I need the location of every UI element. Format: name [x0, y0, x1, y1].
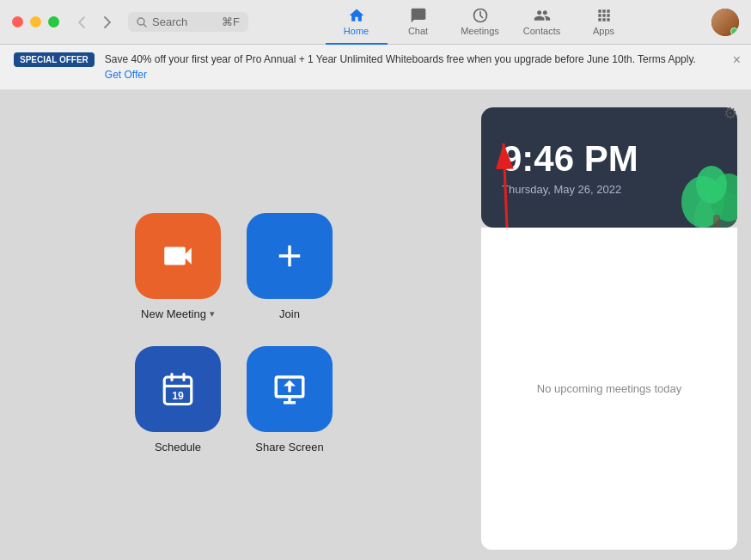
nav-arrows — [70, 13, 119, 32]
nav-tabs: Home Chat Meetings Contacts — [326, 0, 635, 45]
tab-chat[interactable]: Chat — [388, 0, 449, 45]
special-offer-banner: SPECIAL OFFER Save 40% off your first ye… — [0, 45, 751, 90]
svg-rect-12 — [713, 215, 720, 228]
minimize-button[interactable] — [30, 16, 41, 27]
forward-button[interactable] — [95, 13, 119, 32]
new-meeting-item[interactable]: New Meeting ▾ — [135, 213, 221, 320]
banner-text: Save 40% off your first year of Pro Annu… — [105, 52, 696, 82]
tab-chat-label: Chat — [408, 26, 428, 36]
titlebar: Search ⌘F Home Chat Meetings — [0, 0, 751, 45]
search-icon — [137, 17, 147, 27]
action-grid: New Meeting ▾ Join — [135, 213, 333, 453]
close-button[interactable] — [12, 16, 23, 27]
special-offer-badge: SPECIAL OFFER — [14, 52, 95, 67]
clock-card: 9:46 PM Thursday, May 26, 2022 — [481, 107, 737, 228]
new-meeting-chevron: ▾ — [210, 308, 215, 320]
join-text: Join — [279, 307, 300, 320]
home-icon — [348, 7, 365, 24]
search-label: Search — [152, 15, 187, 28]
schedule-text: Schedule — [155, 441, 201, 453]
new-meeting-button[interactable] — [135, 213, 221, 299]
new-meeting-label: New Meeting ▾ — [141, 307, 215, 320]
calendar-icon: 19 — [160, 371, 196, 407]
tab-apps[interactable]: Apps — [573, 0, 635, 45]
clock-icon — [472, 7, 489, 24]
apps-icon — [595, 7, 613, 24]
clock-time: 9:46 PM — [502, 139, 638, 179]
join-label: Join — [279, 307, 300, 320]
video-camera-icon — [160, 238, 196, 274]
schedule-button[interactable]: 19 — [135, 346, 221, 432]
search-bar[interactable]: Search ⌘F — [128, 12, 248, 32]
plus-icon — [272, 238, 308, 274]
svg-text:19: 19 — [172, 390, 184, 402]
main-content: ⚙ New Meeting ▾ — [0, 90, 751, 560]
tab-apps-label: Apps — [593, 26, 614, 36]
contacts-icon — [534, 7, 551, 24]
maximize-button[interactable] — [48, 16, 59, 27]
new-meeting-text: New Meeting — [141, 307, 206, 320]
back-button[interactable] — [70, 13, 94, 32]
share-screen-text: Share Screen — [255, 441, 324, 453]
tab-home[interactable]: Home — [326, 0, 388, 45]
tab-home-label: Home — [344, 26, 369, 36]
share-screen-button[interactable] — [247, 346, 333, 432]
right-section: 9:46 PM Thursday, May 26, 2022 No upcomi… — [467, 90, 751, 560]
share-screen-label: Share Screen — [255, 441, 324, 453]
schedule-label: Schedule — [155, 441, 201, 453]
clock-date: Thursday, May 26, 2022 — [502, 183, 621, 196]
share-screen-item[interactable]: Share Screen — [247, 346, 333, 453]
tab-meetings-label: Meetings — [461, 26, 499, 36]
tab-meetings[interactable]: Meetings — [449, 0, 511, 45]
join-item[interactable]: Join — [247, 213, 333, 320]
get-offer-link[interactable]: Get Offer — [105, 67, 696, 82]
online-status-dot — [730, 27, 738, 35]
banner-message: Save 40% off your first year of Pro Annu… — [105, 53, 696, 65]
meetings-panel: No upcoming meetings today — [481, 228, 737, 550]
avatar[interactable] — [711, 9, 739, 36]
tab-contacts[interactable]: Contacts — [511, 0, 573, 45]
share-screen-icon — [272, 371, 308, 407]
schedule-item[interactable]: 19 Schedule — [135, 346, 221, 453]
window-controls — [0, 16, 59, 27]
chat-icon — [410, 7, 427, 24]
action-section: New Meeting ▾ Join — [0, 90, 467, 560]
join-button[interactable] — [247, 213, 333, 299]
svg-point-0 — [137, 18, 144, 25]
svg-line-1 — [144, 24, 147, 27]
tab-contacts-label: Contacts — [523, 26, 560, 36]
decoration-plant — [643, 133, 737, 228]
search-shortcut: ⌘F — [222, 15, 240, 28]
banner-close-button[interactable]: × — [733, 53, 741, 67]
no-meetings-text: No upcoming meetings today — [537, 382, 681, 395]
settings-button[interactable]: ⚙ — [724, 104, 737, 123]
svg-point-11 — [696, 166, 727, 204]
